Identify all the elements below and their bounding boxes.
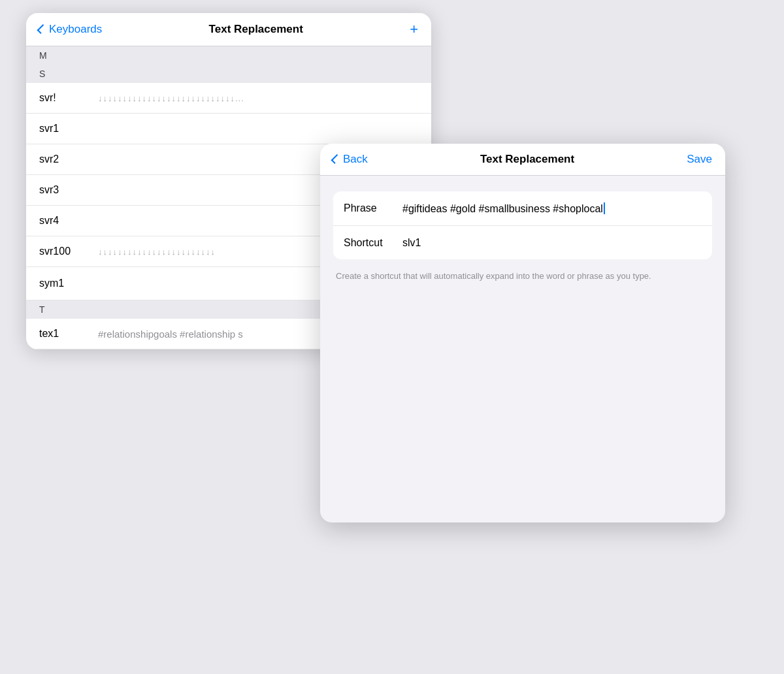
back-label: Keyboards: [49, 23, 102, 36]
chevron-left-icon: [37, 24, 47, 34]
list-item[interactable]: svr1: [26, 114, 431, 144]
add-button[interactable]: +: [410, 22, 418, 37]
phrase-preview: ↓↓↓↓↓↓↓↓↓↓↓↓↓↓↓↓↓↓↓↓↓↓↓↓↓↓↓↓...: [98, 93, 418, 103]
phrase-field-label: Phrase: [344, 202, 402, 214]
detail-body: Phrase #giftideas #gold #smallbusiness #…: [320, 176, 725, 298]
shortcut-label: svr100: [39, 246, 91, 257]
list-item[interactable]: svr! ↓↓↓↓↓↓↓↓↓↓↓↓↓↓↓↓↓↓↓↓↓↓↓↓↓↓↓↓...: [26, 83, 431, 114]
shortcut-row: Shortcut slv1: [333, 225, 712, 259]
chevron-left-icon: [331, 154, 341, 164]
shortcut-label: svr3: [39, 184, 91, 196]
shortcut-label: svr4: [39, 215, 91, 227]
hint-text: Create a shortcut that will automaticall…: [333, 270, 712, 283]
phrase-row: Phrase #giftideas #gold #smallbusiness #…: [333, 191, 712, 225]
shortcut-label: svr!: [39, 92, 91, 104]
back-button[interactable]: Keyboards: [39, 23, 102, 36]
shortcut-input[interactable]: slv1: [402, 237, 702, 249]
shortcut-label: svr2: [39, 153, 91, 165]
shortcut-field-label: Shortcut: [344, 237, 402, 249]
shortcut-label: sym1: [39, 278, 91, 289]
text-replacement-form: Phrase #giftideas #gold #smallbusiness #…: [333, 191, 712, 259]
detail-title: Text Replacement: [480, 153, 574, 166]
detail-header: Back Text Replacement Save: [320, 144, 725, 176]
section-header-m: M: [26, 46, 431, 65]
back-label: Back: [343, 153, 368, 166]
shortcut-label: svr1: [39, 123, 91, 135]
phrase-input[interactable]: #giftideas #gold #smallbusiness #shoploc…: [402, 202, 702, 215]
detail-panel: Back Text Replacement Save Phrase #gifti…: [320, 144, 725, 522]
detail-back-button[interactable]: Back: [333, 153, 368, 166]
section-header-s: S: [26, 65, 431, 83]
shortcut-label: tex1: [39, 328, 91, 340]
save-button[interactable]: Save: [687, 153, 712, 166]
list-title: Text Replacement: [209, 23, 303, 36]
list-header: Keyboards Text Replacement +: [26, 13, 431, 46]
